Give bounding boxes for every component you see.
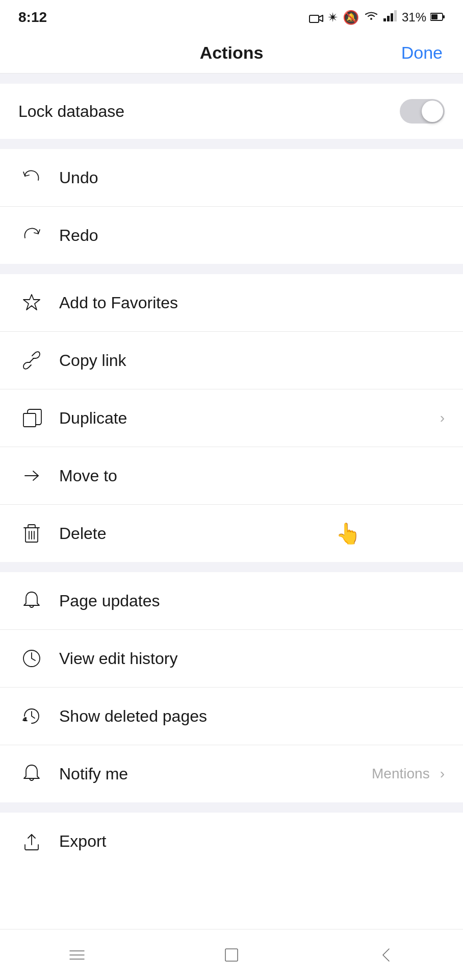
page-title: Actions <box>200 43 264 63</box>
svg-rect-7 <box>443 15 445 18</box>
svg-rect-19 <box>225 949 238 961</box>
section-divider-3 <box>0 264 463 274</box>
bluetooth-icon: ✴ <box>327 10 339 26</box>
duplicate-label: Duplicate <box>59 409 434 428</box>
export-section: Export <box>0 813 463 870</box>
export-icon <box>18 828 45 854</box>
svg-rect-5 <box>394 10 397 21</box>
move-to-label: Move to <box>59 467 445 485</box>
trash-icon <box>18 520 45 547</box>
svg-rect-4 <box>391 13 393 21</box>
done-button[interactable]: Done <box>401 43 443 63</box>
lock-database-row: Lock database <box>0 84 463 139</box>
show-deleted-pages-item[interactable]: Show deleted pages <box>0 688 463 745</box>
notify-me-label: Notify me <box>59 765 372 783</box>
move-to-item[interactable]: Move to <box>0 447 463 505</box>
add-to-favorites-item[interactable]: Add to Favorites <box>0 274 463 332</box>
svg-rect-2 <box>383 18 386 21</box>
redo-item[interactable]: Redo <box>0 207 463 264</box>
section-divider-4 <box>0 562 463 572</box>
toggle-thumb <box>422 101 443 122</box>
export-item[interactable]: Export <box>0 813 463 870</box>
battery-text: 31% <box>402 10 426 24</box>
redo-icon <box>18 222 45 249</box>
page-actions-section: Page updates View edit history Show dele… <box>0 572 463 802</box>
camera-icon <box>309 10 323 24</box>
notify-me-right-text: Mentions <box>372 766 430 782</box>
duplicate-icon <box>18 405 45 431</box>
nav-menu-icon[interactable] <box>57 940 97 970</box>
notify-me-item[interactable]: Notify me Mentions › <box>0 745 463 802</box>
bell-icon <box>18 587 45 614</box>
lock-database-toggle[interactable] <box>400 99 445 124</box>
svg-rect-0 <box>310 15 319 22</box>
status-time: 8:12 <box>18 9 47 26</box>
battery-icon <box>430 10 445 24</box>
svg-marker-1 <box>319 15 323 21</box>
nav-back-icon[interactable] <box>366 940 406 970</box>
redo-label: Redo <box>59 226 445 245</box>
page-updates-item[interactable]: Page updates <box>0 572 463 630</box>
signal-icon <box>383 10 398 24</box>
star-icon <box>18 289 45 316</box>
duplicate-item[interactable]: Duplicate › <box>0 389 463 447</box>
undo-icon <box>18 164 45 191</box>
clock-restore-icon <box>18 703 45 729</box>
view-edit-history-item[interactable]: View edit history <box>0 630 463 688</box>
move-icon <box>18 462 45 489</box>
lock-database-label: Lock database <box>18 102 124 121</box>
undo-item[interactable]: Undo <box>0 149 463 207</box>
delete-label: Delete <box>59 524 445 543</box>
wifi-icon <box>363 10 379 25</box>
add-to-favorites-label: Add to Favorites <box>59 293 445 312</box>
status-icons: ✴ 🔕 31% <box>309 10 445 26</box>
copy-link-label: Copy link <box>59 351 445 370</box>
undo-label: Undo <box>59 168 445 187</box>
section-divider-1 <box>0 74 463 84</box>
page-updates-label: Page updates <box>59 592 445 610</box>
undo-redo-section: Undo Redo <box>0 149 463 264</box>
lock-database-section: Lock database <box>0 84 463 139</box>
svg-rect-8 <box>431 14 438 19</box>
section-divider-2 <box>0 139 463 149</box>
share-actions-section: Add to Favorites Copy link Duplicate › <box>0 274 463 562</box>
show-deleted-pages-label: Show deleted pages <box>59 707 445 726</box>
status-bar: 8:12 ✴ 🔕 <box>0 0 463 33</box>
bottom-nav-bar <box>0 929 463 980</box>
delete-item[interactable]: Delete 👆 <box>0 505 463 562</box>
section-divider-5 <box>0 802 463 813</box>
duplicate-chevron: › <box>440 410 445 426</box>
clock-icon <box>18 645 45 672</box>
svg-rect-10 <box>23 413 36 427</box>
mute-icon: 🔕 <box>343 10 359 26</box>
svg-marker-9 <box>23 295 40 310</box>
view-edit-history-label: View edit history <box>59 649 445 668</box>
actions-header: Actions Done <box>0 33 463 74</box>
notify-me-chevron: › <box>440 766 445 782</box>
export-label: Export <box>59 832 445 851</box>
bell2-icon <box>18 761 45 787</box>
copy-link-item[interactable]: Copy link <box>0 332 463 389</box>
nav-home-icon[interactable] <box>211 940 252 970</box>
link-icon <box>18 347 45 374</box>
svg-rect-3 <box>387 16 390 21</box>
